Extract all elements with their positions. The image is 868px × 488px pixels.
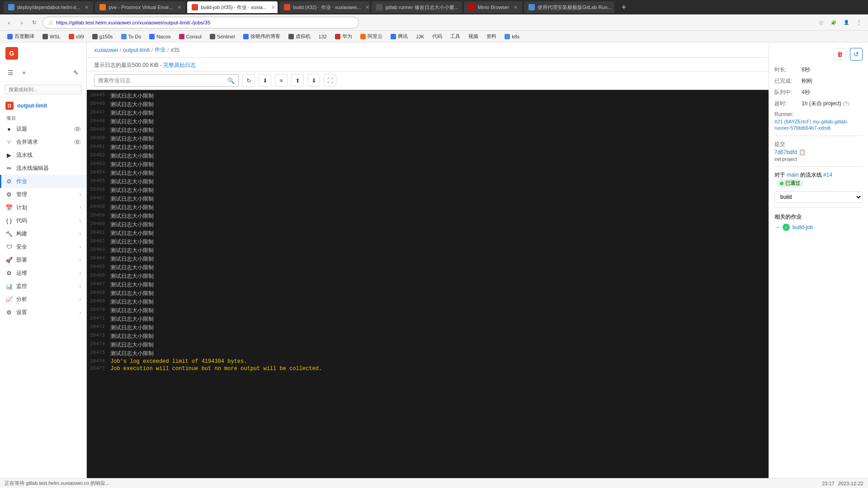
- tab-close-3[interactable]: ✕: [271, 5, 275, 10]
- tab-2[interactable]: pve - Proxmox Virtual Envir... ✕: [95, 1, 185, 13]
- log-line-number: 20463: [87, 247, 110, 252]
- sidebar-item-analytics[interactable]: 📈 分析 ›: [0, 293, 86, 306]
- pipeline-link[interactable]: #14: [823, 172, 832, 178]
- timeout-label: 超时:: [774, 100, 802, 108]
- breadcrumb-user[interactable]: xuxiaowei: [94, 47, 118, 53]
- log-line: 20473测试日志大小限制: [87, 332, 769, 341]
- new-tab-button[interactable]: +: [618, 1, 630, 13]
- copy-commit-icon[interactable]: 📋: [799, 149, 806, 155]
- sidebar-edit-button[interactable]: ✎: [70, 67, 82, 79]
- log-line-text: 测试日志大小限制: [110, 101, 154, 108]
- tab-5[interactable]: gitlab runner 修改日志大小小窗... ✕: [372, 1, 462, 13]
- bookmark-button[interactable]: ☆: [816, 17, 826, 28]
- bookmark-tools[interactable]: 工具: [447, 32, 464, 41]
- branch-link[interactable]: main: [787, 172, 798, 178]
- tab-6[interactable]: Minio Browser ✕: [464, 1, 522, 13]
- tab-close-6[interactable]: ✕: [514, 5, 518, 10]
- bookmark-baidu-translate[interactable]: 百度翻译: [4, 32, 38, 41]
- bookmark-g150s[interactable]: g150s: [89, 33, 117, 40]
- sidebar-item-deploy[interactable]: 🚀 部署 ›: [0, 253, 86, 267]
- sidebar-item-merge-requests[interactable]: ⑂ 合并请求 0: [0, 136, 86, 149]
- tab-3[interactable]: build-job (#35) · 作业 · xuxia... ✕: [187, 1, 278, 13]
- tab-close-4[interactable]: ✕: [365, 5, 369, 10]
- bookmark-nacos[interactable]: Nacos: [146, 33, 174, 40]
- forward-button[interactable]: ›: [16, 17, 27, 28]
- bookmark-blog[interactable]: 徐晓伟的博客: [240, 32, 284, 41]
- tab-close-2[interactable]: ✕: [177, 5, 181, 10]
- bookmark-favicon-todo: [121, 34, 127, 39]
- profile-button[interactable]: 👤: [841, 17, 852, 28]
- sidebar-item-monitor[interactable]: 📊 监控 ›: [0, 280, 86, 293]
- tab-favicon-3: [192, 4, 198, 10]
- sidebar-item-issues[interactable]: ● 议题 0: [0, 122, 86, 136]
- sidebar-project-name[interactable]: O output-limit: [0, 99, 86, 113]
- bookmark-video[interactable]: 视频: [465, 32, 482, 41]
- back-button[interactable]: ‹: [4, 17, 14, 28]
- reload-button[interactable]: ↻: [29, 17, 40, 28]
- bookmark-x99[interactable]: x99: [65, 33, 88, 40]
- timeout-help-icon[interactable]: (?): [843, 101, 849, 106]
- sidebar-toggle-button[interactable]: ☰: [5, 67, 16, 79]
- bookmark-huawei[interactable]: 华为: [331, 32, 356, 41]
- log-line-text: 测试日志大小限制: [110, 187, 154, 194]
- fullscreen-button[interactable]: ⛶: [324, 74, 336, 87]
- sidebar-item-manage[interactable]: ⚙ 管理 ›: [0, 188, 86, 201]
- log-line: 20466测试日志大小限制: [87, 272, 769, 281]
- gitlab-logo[interactable]: G: [5, 47, 18, 60]
- retry-job-button[interactable]: ↺: [850, 48, 863, 61]
- url-bar[interactable]: ⚠ https://gitlab.test.helm.xuxiaowei.cn/…: [42, 17, 359, 28]
- menu-button[interactable]: ⋮: [854, 17, 864, 28]
- delete-job-button[interactable]: 🗑: [834, 48, 846, 61]
- full-log-link[interactable]: 完整原始日志: [163, 62, 196, 68]
- bookmark-favicon-sentinel: [210, 34, 215, 39]
- tab-1[interactable]: deploy/dependabot-helm-ir... ✕: [4, 1, 93, 13]
- sidebar-item-build[interactable]: 🔨 构建 ›: [0, 227, 86, 240]
- bookmark-code[interactable]: 代码: [429, 32, 446, 41]
- bookmark-132[interactable]: 132: [315, 33, 330, 40]
- bookmark-label-huawei: 华为: [342, 33, 352, 40]
- sidebar-item-plan[interactable]: 📅 计划 ›: [0, 201, 86, 214]
- sidebar-item-jobs[interactable]: ⚙ 作业: [0, 175, 86, 188]
- bookmark-jjk[interactable]: JJK: [412, 33, 428, 40]
- tab-close-1[interactable]: ✕: [85, 5, 89, 10]
- related-job-link[interactable]: build-job: [793, 224, 813, 230]
- log-line-number: 20466: [87, 272, 110, 278]
- tab-4[interactable]: build (#32) · 作业 · xuxiaowei... ✕: [279, 1, 370, 13]
- finished-row: 已完成: 刚刚: [774, 77, 863, 85]
- tab-7[interactable]: 使用代理安装极极版GitLab Run... ✕: [524, 1, 614, 13]
- log-search-input[interactable]: [98, 77, 225, 84]
- bookmark-vm[interactable]: 虚拟机: [285, 32, 314, 41]
- code-chevron: ›: [80, 218, 81, 223]
- scroll-top-button[interactable]: ⬆: [291, 74, 304, 87]
- breadcrumb-jobs[interactable]: 作业: [155, 46, 165, 54]
- bookmark-wsl[interactable]: WSL: [39, 33, 64, 40]
- breadcrumb-project[interactable]: output-limit: [123, 47, 150, 53]
- bookmark-k8s[interactable]: k8s: [501, 33, 523, 40]
- bookmark-aliyun[interactable]: 阿里云: [357, 32, 386, 41]
- bookmark-material[interactable]: 资料: [483, 32, 500, 41]
- sidebar-new-button[interactable]: +: [18, 67, 30, 79]
- bookmark-sentinel[interactable]: Sentinel: [206, 33, 239, 40]
- sidebar-search-input[interactable]: [5, 84, 82, 94]
- log-area[interactable]: 20445测试日志大小限制20446测试日志大小限制20447测试日志大小限制2…: [87, 90, 769, 488]
- log-line-number: 20472: [87, 324, 110, 329]
- bookmark-tencent[interactable]: 腾讯: [387, 32, 411, 41]
- stage-select[interactable]: build: [774, 191, 863, 203]
- sidebar-item-security[interactable]: 🛡 安全 ›: [0, 240, 86, 253]
- raw-log-button[interactable]: ≡: [275, 74, 288, 87]
- log-line: 20470测试日志大小限制: [87, 306, 769, 315]
- download-log-button[interactable]: ⬇: [259, 74, 271, 87]
- bookmark-todo[interactable]: To Do: [118, 33, 145, 40]
- scroll-bottom-button[interactable]: ⬇: [307, 74, 320, 87]
- commit-hash-link[interactable]: 7d67bdfd: [774, 149, 797, 155]
- refresh-log-button[interactable]: ↻: [242, 74, 255, 87]
- log-line-number: 20477: [87, 366, 110, 371]
- extensions-button[interactable]: 🧩: [828, 17, 839, 28]
- sidebar-item-settings[interactable]: ⚙ 设置 ›: [0, 306, 86, 319]
- runner-link[interactable]: #21 (8AYZErtcF) my-gitlab-gitlab-runner-…: [774, 119, 848, 131]
- bookmark-consul[interactable]: Consul: [175, 33, 205, 40]
- sidebar-item-code[interactable]: { } 代码 ›: [0, 214, 86, 227]
- sidebar-item-ops[interactable]: ⚙ 运维 ›: [0, 267, 86, 280]
- sidebar-item-pipeline-editor[interactable]: ✏ 流水线编辑器: [0, 162, 86, 175]
- sidebar-item-pipelines[interactable]: ▶ 流水线: [0, 149, 86, 162]
